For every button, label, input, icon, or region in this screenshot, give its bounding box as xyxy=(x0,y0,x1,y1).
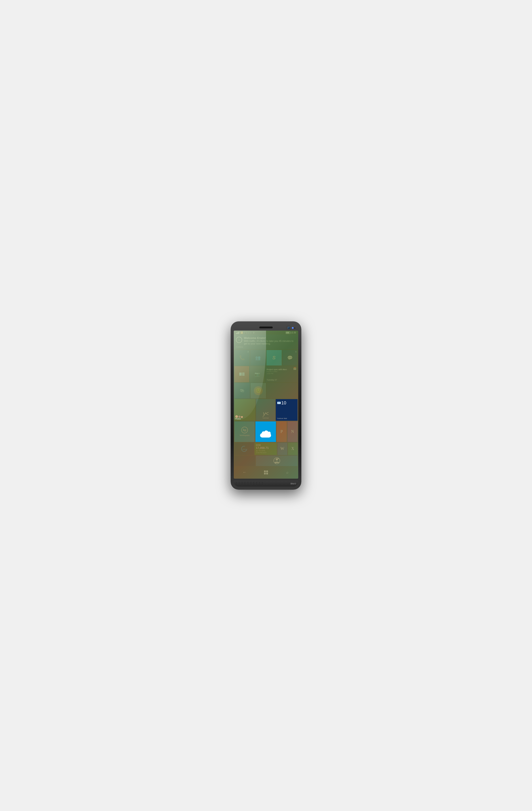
tile-row-4: Photos y< Yammer 📧 10 Outloo xyxy=(234,399,298,421)
outlook-label: Outlook Mail xyxy=(277,417,287,419)
outlook-badge: 10 xyxy=(281,400,286,406)
bo-logo: B&O xyxy=(291,482,296,485)
photos-label: Photos xyxy=(235,418,241,420)
tile-outlook[interactable]: 📧 10 Outlook Mail xyxy=(276,399,298,421)
tile-photos[interactable]: Photos xyxy=(234,399,255,421)
tiles-area: 📞 3 👥 S 💬 5 xyxy=(234,349,298,456)
phone-top-bar xyxy=(234,325,298,331)
speaker-top xyxy=(260,326,272,328)
phone-bottom: B&O xyxy=(234,480,298,487)
camera-area xyxy=(287,326,294,330)
front-camera xyxy=(294,327,296,329)
phone-screen: 📶 📳 □ ○ ☽ 2:30 ○ xyxy=(234,331,298,478)
speaker-grill xyxy=(236,482,265,485)
tile-salesforce[interactable]: salesforce ∣ xyxy=(255,422,276,442)
screen-container: 📶 📳 □ ○ ☽ 2:30 ○ xyxy=(234,331,298,478)
phone-device: 📶 📳 □ ○ ☽ 2:30 ○ xyxy=(231,321,301,489)
rear-camera xyxy=(287,326,291,330)
